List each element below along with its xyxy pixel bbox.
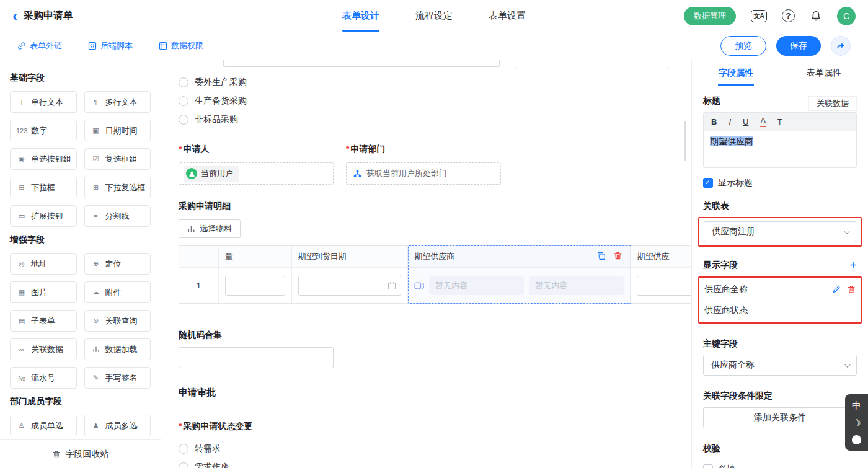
delete-field-icon[interactable] <box>847 285 856 294</box>
share-button[interactable] <box>831 36 851 56</box>
supplier-name-placeholder[interactable]: 暂无内容 <box>429 276 524 295</box>
dropdown-multi-icon: ⊞ <box>91 183 102 192</box>
field-btn-member-multi[interactable]: ♟成员多选 <box>84 415 151 436</box>
radio-option[interactable]: 非标品采购 <box>179 110 691 129</box>
column-header-quantity[interactable]: 量 <box>219 246 292 267</box>
avatar[interactable]: C <box>837 7 856 25</box>
radio-circle-icon[interactable] <box>179 462 188 468</box>
field-btn-data-load[interactable]: 数据加载 <box>84 338 151 360</box>
radio-option[interactable]: 委外生产采购 <box>179 73 691 92</box>
org-icon <box>353 170 361 178</box>
applicant-field[interactable]: *申请人 当前用户 <box>179 144 334 185</box>
detail-section-title: 采购申请明细 <box>179 201 691 212</box>
field-btn-multi-line-text[interactable]: ¶多行文本 <box>84 91 151 113</box>
translate-icon[interactable]: 文A <box>751 10 767 22</box>
expected-supplier-cell[interactable]: 暂无内容 暂无内容 <box>408 267 631 303</box>
form-designer-window: ‹ 采购申请单 表单设计 流程设定 表单设置 数据管理 文A ? C 表单外链 … <box>0 0 868 468</box>
field-recycle-bin[interactable]: 字段回收站 <box>0 439 161 468</box>
supplier-status-placeholder[interactable]: 暂无内容 <box>529 276 624 295</box>
copy-column-icon[interactable] <box>596 251 606 260</box>
applicant-input[interactable]: 当前用户 <box>179 162 334 185</box>
number-icon: 123 <box>16 127 27 135</box>
department-field[interactable]: *申请部门 获取当前用户所处部门 <box>346 144 501 185</box>
date-input[interactable] <box>298 276 402 296</box>
add-condition-button[interactable]: 添加关联条件 <box>703 407 857 428</box>
edit-field-icon[interactable] <box>832 285 841 294</box>
field-btn-number[interactable]: 123数字 <box>10 120 77 141</box>
form-canvas[interactable]: 委外生产采购 生产备货采购 非标品采购 *申请人 当前用户 *申请部门 <box>161 60 691 468</box>
section-member-fields: 部门成员字段 <box>10 396 151 407</box>
department-input[interactable]: 获取当前用户所处部门 <box>346 162 501 185</box>
field-btn-address[interactable]: ◎地址 <box>10 253 77 275</box>
required-checkbox[interactable] <box>703 464 713 468</box>
data-manage-button[interactable]: 数据管理 <box>684 7 736 25</box>
radio-circle-icon[interactable] <box>179 77 188 87</box>
field-btn-related-data[interactable]: ∞关联数据 <box>10 338 77 360</box>
radio-circle-icon[interactable] <box>179 444 188 454</box>
field-type-tag[interactable]: 关联数据 <box>808 96 857 111</box>
field-btn-signature[interactable]: ✎手写签名 <box>84 367 151 389</box>
backend-script-button[interactable]: 后端脚本 <box>88 40 133 51</box>
tab-form-design[interactable]: 表单设计 <box>342 0 379 32</box>
radio-option[interactable]: 生产备货采购 <box>179 92 691 110</box>
font-size-icon[interactable]: T <box>777 118 782 126</box>
add-display-field-icon[interactable]: + <box>849 259 857 272</box>
field-btn-radio-group[interactable]: ◉单选按钮组 <box>10 148 77 170</box>
title-text-input[interactable]: 期望供应商 <box>704 131 856 167</box>
ime-indicator[interactable]: 中 ☽ <box>845 394 868 451</box>
canvas-scrollbar[interactable] <box>684 121 686 161</box>
field-btn-checkbox-group[interactable]: ☑复选框组 <box>84 148 151 170</box>
preview-button[interactable]: 预览 <box>720 36 766 56</box>
field-btn-related-query[interactable]: ⊙关联查询 <box>84 310 151 332</box>
current-user-tag[interactable]: 当前用户 <box>184 166 239 182</box>
underline-icon[interactable]: U <box>743 117 748 126</box>
radio-option[interactable]: 需求作废 <box>179 458 691 468</box>
form-external-link-button[interactable]: 表单外链 <box>17 40 62 51</box>
field-btn-attachment[interactable]: ☁附件 <box>84 281 151 303</box>
field-btn-extension-button[interactable]: ▭扩展按钮 <box>10 205 77 227</box>
column-header-expected-date[interactable]: 期望到货日期 <box>292 246 409 267</box>
clipped-cell-input[interactable] <box>637 276 691 296</box>
field-btn-subform[interactable]: ▤子表单 <box>10 310 77 332</box>
field-btn-dropdown[interactable]: ⊟下拉框 <box>10 177 77 198</box>
bold-icon[interactable]: B <box>711 117 717 126</box>
field-btn-member-single[interactable]: ♙成员单选 <box>10 415 77 436</box>
tab-field-properties[interactable]: 字段属性 <box>692 60 780 86</box>
field-btn-single-line-text[interactable]: T单行文本 <box>10 91 77 113</box>
italic-icon[interactable]: I <box>728 117 731 126</box>
back-button[interactable]: ‹ <box>12 9 17 24</box>
radio-circle-icon[interactable] <box>179 96 188 106</box>
delete-column-icon[interactable] <box>613 251 622 260</box>
tab-form-properties[interactable]: 表单属性 <box>780 60 868 86</box>
field-btn-divider[interactable]: ≡分割线 <box>84 205 151 227</box>
display-field-row[interactable]: 供应商全称 <box>704 279 856 300</box>
radio-option[interactable]: 转需求 <box>179 439 691 458</box>
display-field-row[interactable]: 供应商状态 <box>704 300 856 321</box>
random-code-input[interactable] <box>179 347 334 368</box>
notification-bell-icon[interactable] <box>810 10 822 22</box>
help-icon[interactable]: ? <box>782 9 795 22</box>
field-btn-dropdown-multi[interactable]: ⊞下拉复选框 <box>84 177 151 198</box>
field-btn-image[interactable]: ▦图片 <box>10 281 77 303</box>
field-btn-datetime[interactable]: ▣日期时间 <box>84 120 151 141</box>
radio-circle-icon[interactable] <box>179 115 188 125</box>
field-btn-location[interactable]: ⊕定位 <box>84 253 151 275</box>
tab-workflow-settings[interactable]: 流程设定 <box>415 0 453 32</box>
save-button[interactable]: 保存 <box>776 36 821 56</box>
show-title-checkbox[interactable] <box>703 178 713 188</box>
data-permission-button[interactable]: 数据权限 <box>159 40 203 51</box>
field-btn-serial-number[interactable]: №流水号 <box>10 367 77 389</box>
field-palette-scroll[interactable]: 基础字段 T单行文本 ¶多行文本 123数字 ▣日期时间 ◉单选按钮组 ☑复选框… <box>0 60 161 439</box>
approval-section-title: 申请审批 <box>179 387 691 399</box>
share-arrow-icon <box>836 41 846 51</box>
toolbar-actions: 预览 保存 <box>720 36 851 56</box>
font-color-icon[interactable]: A <box>760 117 766 126</box>
related-table-select[interactable]: 供应商注册 <box>704 221 856 242</box>
column-header-expected-supplier-2[interactable]: 期望供应 <box>631 246 691 267</box>
member-multi-icon: ♟ <box>91 422 102 430</box>
quantity-input[interactable] <box>225 276 285 296</box>
primary-key-select[interactable]: 供应商全称 <box>703 355 857 376</box>
tab-form-settings[interactable]: 表单设置 <box>489 0 526 32</box>
select-material-button[interactable]: 选择物料 <box>179 219 241 238</box>
section-enhanced-fields: 增强字段 <box>10 234 151 245</box>
